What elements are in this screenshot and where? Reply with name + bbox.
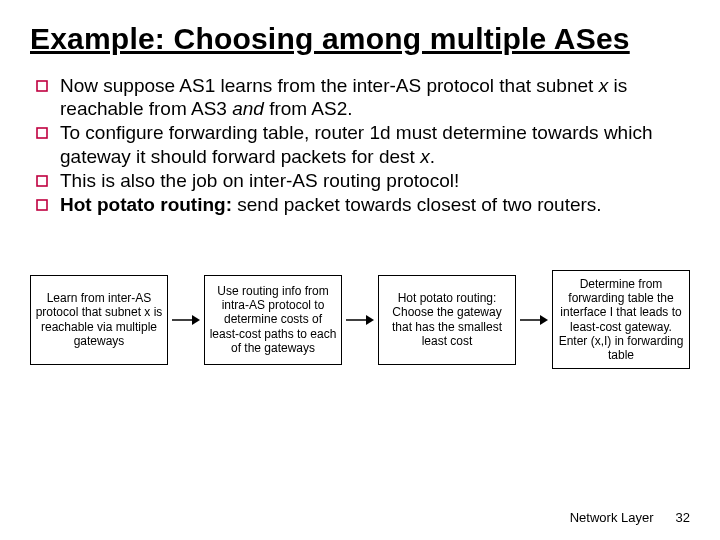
slide-title: Example: Choosing among multiple ASes [30,22,690,56]
bullet-item: Now suppose AS1 learns from the inter-AS… [36,74,690,120]
bullet-marker-icon [36,74,60,120]
svg-marker-9 [540,315,548,325]
svg-marker-7 [366,315,374,325]
svg-marker-5 [192,315,200,325]
flow-box: Use routing info from intra-AS protocol … [204,275,342,365]
svg-rect-3 [37,200,47,210]
arrow-right-icon [520,313,548,327]
svg-rect-0 [37,81,47,91]
bullet-text: Hot potato routing: send packet towards … [60,193,690,216]
flow-box: Determine from forwarding table the inte… [552,270,690,369]
bullet-text: Now suppose AS1 learns from the inter-AS… [60,74,690,120]
bullet-item: This is also the job on inter-AS routing… [36,169,690,192]
flow-diagram: Learn from inter-AS protocol that subnet… [30,270,690,369]
bullet-list: Now suppose AS1 learns from the inter-AS… [36,74,690,216]
bullet-item: Hot potato routing: send packet towards … [36,193,690,216]
flow-box: Hot potato routing: Choose the gateway t… [378,275,516,365]
svg-rect-2 [37,176,47,186]
bullet-marker-icon [36,193,60,216]
svg-rect-1 [37,128,47,138]
footer-label: Network Layer [570,510,654,525]
bullet-text: This is also the job on inter-AS routing… [60,169,690,192]
slide-footer: Network Layer 32 [570,510,690,525]
bullet-marker-icon [36,121,60,167]
page-number: 32 [676,510,690,525]
arrow-right-icon [346,313,374,327]
arrow-right-icon [172,313,200,327]
flow-box: Learn from inter-AS protocol that subnet… [30,275,168,365]
bullet-item: To configure forwarding table, router 1d… [36,121,690,167]
bullet-marker-icon [36,169,60,192]
bullet-text: To configure forwarding table, router 1d… [60,121,690,167]
